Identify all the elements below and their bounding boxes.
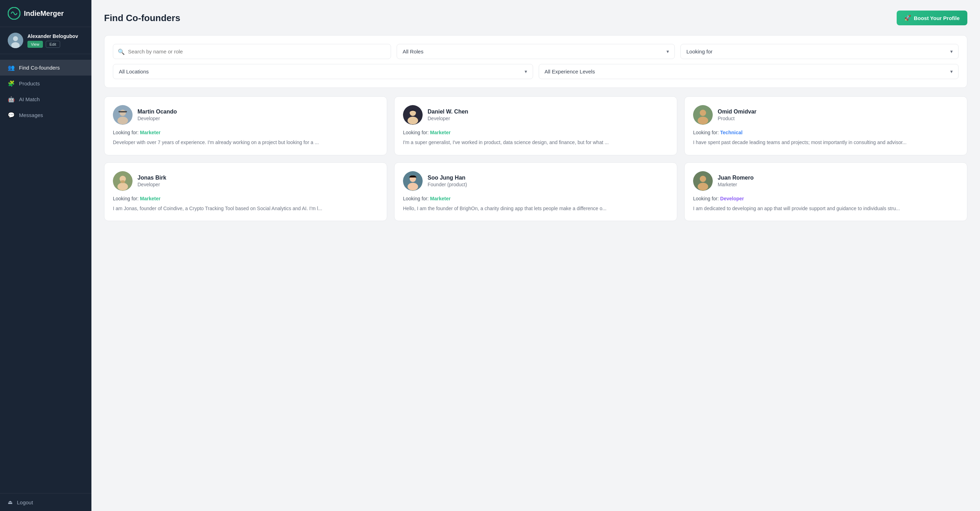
logo[interactable]: IndieMerger — [0, 0, 91, 27]
card-header: Soo Jung Han Founder (product) — [403, 171, 668, 191]
logout-label: Logout — [17, 499, 33, 505]
card-info: Jonas Birk Developer — [137, 175, 166, 187]
locations-select-wrapper: All Locations ▼ — [113, 64, 533, 79]
svg-point-5 — [119, 110, 126, 116]
cards-grid: Martin Ocando Developer Looking for: Mar… — [104, 96, 967, 221]
sidebar-nav: 👥 Find Co-founders 🧩 Products 🤖 AI Match… — [0, 54, 91, 493]
sidebar: IndieMerger Alexander Belogubov View Edi… — [0, 0, 91, 511]
looking-for-tag: Marketer — [140, 196, 160, 202]
roles-select-wrapper: All Roles ▼ — [397, 44, 675, 59]
card-info: Daniel W. Chen Developer — [428, 109, 468, 121]
card-item[interactable]: Soo Jung Han Founder (product) Looking f… — [394, 162, 677, 221]
rocket-icon: 🚀 — [904, 15, 911, 21]
edit-button[interactable]: Edit — [46, 41, 60, 48]
view-button[interactable]: View — [27, 41, 43, 48]
card-item[interactable]: Juan Romero Marketer Looking for: Develo… — [684, 162, 967, 221]
boost-profile-button[interactable]: 🚀 Boost Your Profile — [897, 11, 967, 25]
logout-button[interactable]: ⏏ Logout — [0, 493, 91, 511]
card-info: Soo Jung Han Founder (product) — [428, 175, 467, 187]
logout-icon: ⏏ — [8, 499, 13, 505]
avatar — [8, 33, 23, 48]
card-header: Jonas Birk Developer — [113, 171, 379, 191]
card-description: I have spent past decade leading teams a… — [693, 139, 959, 146]
card-role: Developer — [137, 116, 177, 121]
looking-for-select[interactable]: Looking for — [681, 44, 959, 59]
page-title: Find Co-founders — [104, 13, 180, 24]
card-avatar — [113, 105, 132, 125]
nav-icon-ai-match: 🤖 — [8, 96, 15, 103]
search-input[interactable] — [113, 44, 391, 59]
sidebar-item-messages[interactable]: 💬 Messages — [0, 107, 91, 123]
card-header: Daniel W. Chen Developer — [403, 105, 668, 125]
card-avatar — [403, 171, 423, 191]
looking-for-tag: Developer — [720, 196, 744, 202]
boost-label: Boost Your Profile — [914, 15, 959, 21]
card-avatar — [693, 171, 713, 191]
nav-label-find-cofounders: Find Co-founders — [19, 65, 60, 71]
card-looking: Looking for: Marketer — [113, 196, 379, 202]
card-item[interactable]: Omid Omidvar Product Looking for: Techni… — [684, 96, 967, 156]
card-role: Product — [718, 116, 756, 121]
card-role: Marketer — [718, 182, 754, 187]
card-description: I am Jonas, founder of Coindive, a Crypt… — [113, 205, 379, 213]
nav-icon-products: 🧩 — [8, 80, 15, 87]
search-wrapper: 🔍 — [113, 44, 391, 59]
card-info: Juan Romero Marketer — [718, 175, 754, 187]
card-info: Martin Ocando Developer — [137, 109, 177, 121]
card-item[interactable]: Martin Ocando Developer Looking for: Mar… — [104, 96, 387, 156]
nav-label-messages: Messages — [19, 112, 43, 118]
card-info: Omid Omidvar Product — [718, 109, 756, 121]
card-description: Hello, I am the founder of BrighOn, a ch… — [403, 205, 668, 213]
card-role: Developer — [137, 182, 166, 187]
svg-point-23 — [700, 176, 706, 182]
card-looking: Looking for: Technical — [693, 130, 959, 135]
filters-section: 🔍 All Roles ▼ Looking for ▼ All Location… — [104, 35, 967, 88]
looking-for-select-wrapper: Looking for ▼ — [681, 44, 959, 59]
sidebar-item-ai-match[interactable]: 🤖 AI Match — [0, 91, 91, 107]
card-name: Juan Romero — [718, 175, 754, 181]
svg-point-11 — [407, 117, 418, 124]
locations-select[interactable]: All Locations — [113, 64, 533, 79]
app-name: IndieMerger — [24, 10, 64, 17]
profile-actions: View Edit — [27, 41, 78, 48]
looking-for-tag: Marketer — [430, 196, 450, 202]
user-name: Alexander Belogubov — [27, 33, 78, 39]
nav-icon-messages: 💬 — [8, 112, 15, 119]
card-header: Juan Romero Marketer — [693, 171, 959, 191]
svg-point-24 — [698, 183, 708, 190]
card-header: Martin Ocando Developer — [113, 105, 379, 125]
roles-select[interactable]: All Roles — [397, 44, 675, 59]
svg-point-14 — [698, 117, 708, 124]
card-role: Founder (product) — [428, 182, 467, 187]
card-looking: Looking for: Marketer — [403, 130, 668, 135]
svg-point-6 — [118, 117, 128, 124]
experience-select-wrapper: All Experience Levels ▼ — [539, 64, 959, 79]
card-item[interactable]: Daniel W. Chen Developer Looking for: Ma… — [394, 96, 677, 156]
svg-point-17 — [118, 183, 128, 190]
sidebar-item-products[interactable]: 🧩 Products — [0, 76, 91, 91]
card-name: Martin Ocando — [137, 109, 177, 115]
card-looking: Looking for: Marketer — [403, 196, 668, 202]
profile-info: Alexander Belogubov View Edit — [27, 33, 78, 48]
card-looking: Looking for: Marketer — [113, 130, 379, 135]
looking-for-tag: Technical — [720, 130, 743, 135]
search-icon: 🔍 — [118, 48, 125, 55]
card-name: Soo Jung Han — [428, 175, 467, 181]
svg-point-13 — [700, 110, 706, 116]
page-header: Find Co-founders 🚀 Boost Your Profile — [104, 11, 967, 25]
main-content: Find Co-founders 🚀 Boost Your Profile 🔍 … — [91, 0, 980, 511]
card-avatar — [403, 105, 423, 125]
svg-point-21 — [407, 183, 418, 190]
card-looking: Looking for: Developer — [693, 196, 959, 202]
card-header: Omid Omidvar Product — [693, 105, 959, 125]
card-description: I'm a super generalist, I've worked in p… — [403, 139, 668, 146]
card-description: I am dedicated to developing an app that… — [693, 205, 959, 213]
experience-select[interactable]: All Experience Levels — [539, 64, 959, 79]
avatar-image — [8, 33, 23, 48]
card-item[interactable]: Jonas Birk Developer Looking for: Market… — [104, 162, 387, 221]
sidebar-item-find-cofounders[interactable]: 👥 Find Co-founders — [0, 60, 91, 76]
card-avatar — [693, 105, 713, 125]
card-name: Daniel W. Chen — [428, 109, 468, 115]
nav-label-products: Products — [19, 81, 40, 86]
card-role: Developer — [428, 116, 468, 121]
